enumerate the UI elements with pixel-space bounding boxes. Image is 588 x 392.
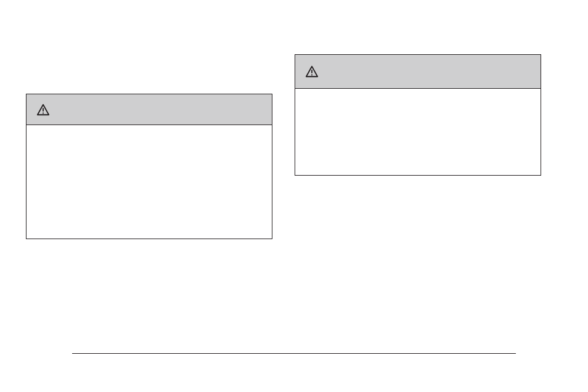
caution-box-right [295,54,541,176]
warning-icon [36,103,50,116]
document-page [0,0,588,392]
warning-icon [305,65,319,78]
caution-box-left [26,94,272,239]
caution-body-right [295,89,541,176]
footer-divider [72,353,516,354]
caution-header-right [295,55,541,89]
caution-body-left [27,125,272,240]
svg-rect-1 [43,112,44,113]
svg-rect-2 [311,70,312,73]
svg-rect-0 [43,108,44,112]
svg-rect-3 [311,75,312,76]
caution-header-left [27,94,272,125]
